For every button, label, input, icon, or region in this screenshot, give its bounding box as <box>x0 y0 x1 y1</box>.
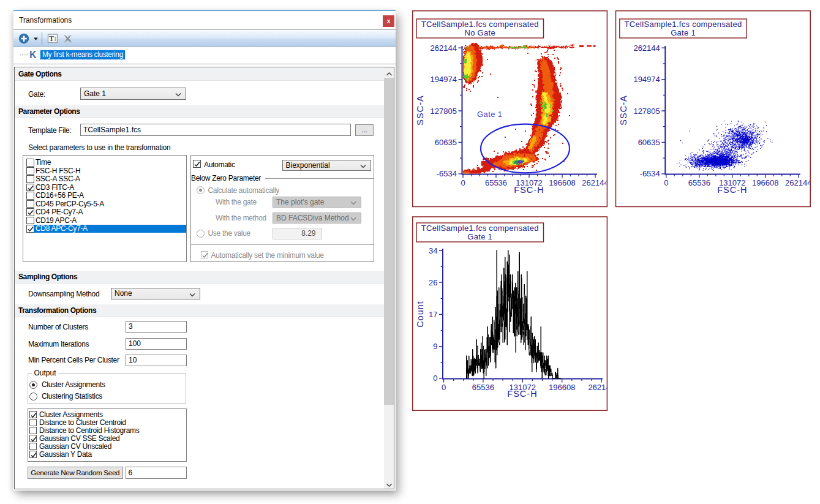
svg-text:196608: 196608 <box>752 178 778 187</box>
svg-text:0: 0 <box>461 178 465 187</box>
svg-text:Count: Count <box>415 301 425 328</box>
svg-text:194974: 194974 <box>633 75 660 84</box>
svg-text:FSC-H: FSC-H <box>514 185 544 195</box>
svg-text:0: 0 <box>442 383 446 392</box>
svg-text:65536: 65536 <box>472 383 494 392</box>
svg-text:60635: 60635 <box>435 138 457 147</box>
svg-text:65536: 65536 <box>688 178 710 187</box>
svg-text:196608: 196608 <box>549 383 575 392</box>
svg-text:0: 0 <box>664 178 668 187</box>
svg-text:60635: 60635 <box>638 138 660 147</box>
svg-text:FSC-H: FSC-H <box>507 389 537 399</box>
svg-text:34: 34 <box>429 246 437 255</box>
svg-text:Gate 1: Gate 1 <box>671 28 696 37</box>
svg-text:I: I <box>55 35 57 42</box>
svg-text:-6534: -6534 <box>640 169 660 178</box>
svg-text:SSC-A: SSC-A <box>619 95 628 125</box>
svg-text:127805: 127805 <box>431 107 457 116</box>
svg-text:No Gate: No Gate <box>464 28 495 37</box>
svg-text:Gate 1: Gate 1 <box>477 110 502 119</box>
svg-text:17: 17 <box>429 310 437 319</box>
svg-text:262144: 262144 <box>588 383 614 392</box>
svg-text:SSC-A: SSC-A <box>415 95 425 125</box>
svg-text:262144: 262144 <box>431 43 457 53</box>
svg-text:26: 26 <box>429 278 437 287</box>
svg-text:65536: 65536 <box>485 178 507 187</box>
svg-text:FSC-H: FSC-H <box>717 185 747 195</box>
svg-text:T: T <box>49 34 54 43</box>
svg-text:196608: 196608 <box>549 178 575 187</box>
svg-text:-6534: -6534 <box>437 169 457 178</box>
svg-text:Gate 1: Gate 1 <box>467 232 492 241</box>
svg-text:0: 0 <box>433 374 437 383</box>
svg-text:127805: 127805 <box>633 107 660 116</box>
svg-text:262144: 262144 <box>582 178 608 187</box>
svg-text:194974: 194974 <box>431 75 457 84</box>
svg-text:262144: 262144 <box>633 43 660 53</box>
svg-text:262144: 262144 <box>785 178 811 187</box>
svg-text:9: 9 <box>433 342 437 351</box>
